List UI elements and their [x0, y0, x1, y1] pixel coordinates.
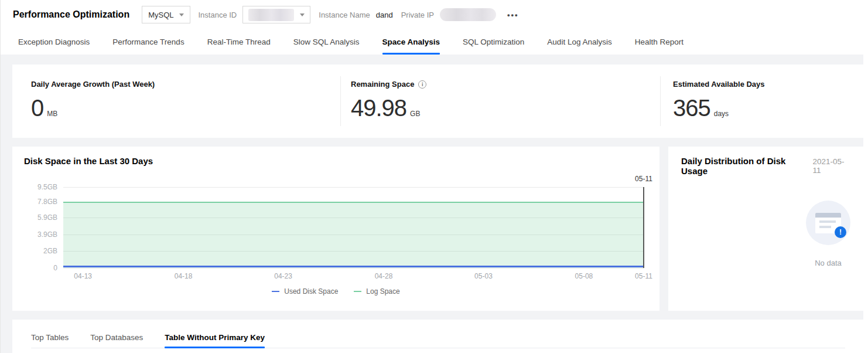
x-axis-label: 05-03 [474, 272, 493, 280]
tab-real-time-thread[interactable]: Real-Time Thread [207, 29, 271, 55]
tab-top-tables[interactable]: Top Tables [31, 333, 69, 348]
x-axis-label: 05-11 [635, 272, 652, 280]
legend-label: Used Disk Space [284, 287, 338, 296]
x-axis-label: 04-18 [175, 272, 193, 280]
chart-legend: Used Disk SpaceLog Space [24, 287, 648, 296]
stat-unit: GB [410, 110, 420, 118]
y-axis-label: 9.5GB [24, 183, 57, 191]
tab-top-databases[interactable]: Top Databases [90, 333, 143, 348]
x-axis-label: 04-13 [74, 272, 92, 280]
y-axis-label: 3.9GB [24, 230, 57, 239]
used-disk-space-line [63, 266, 644, 267]
disk-space-plot[interactable]: 05-11 9.5GB7.8GB5.9GB3.9GB2GB0 [63, 187, 644, 268]
y-axis-label: 5.9GB [24, 213, 57, 222]
tab-performance-trends[interactable]: Performance Trends [112, 29, 184, 55]
stat-value: 0 [31, 95, 43, 121]
tables-tab-bar: Top TablesTop DatabasesTable Without Pri… [31, 333, 845, 348]
info-icon[interactable]: i [418, 80, 426, 89]
stat-label-text: Remaining Space [351, 80, 414, 89]
stat-value-row: 365days [673, 95, 864, 121]
daily-distribution-title: Daily Distribution of Disk Usage [681, 156, 808, 176]
stat-label: Remaining Spacei [351, 80, 660, 89]
space-stats-card: Daily Average Growth (Past Week)0MBRemai… [12, 65, 864, 138]
page-title: Performance Optimization [13, 9, 129, 20]
engine-select-value: MySQL [148, 11, 173, 19]
x-axis-label: 04-28 [375, 272, 393, 280]
content-area: Daily Average Growth (Past Week)0MBRemai… [1, 55, 863, 353]
chevron-down-icon [300, 13, 305, 16]
tab-exception-diagnosis[interactable]: Exception Diagnosis [18, 29, 90, 55]
gridline [63, 187, 644, 188]
stat-label-text: Estimated Available Days [673, 80, 765, 89]
stat-unit: days [714, 110, 729, 118]
chevron-down-icon [179, 13, 184, 16]
x-axis-label: 05-08 [575, 272, 593, 280]
legend-item-used-disk-space[interactable]: Used Disk Space [272, 287, 338, 296]
tab-space-analysis[interactable]: Space Analysis [382, 29, 440, 55]
private-ip-label: Private IP [401, 11, 434, 19]
stat-label: Estimated Available Days [673, 80, 864, 89]
no-data-icon: ! [806, 201, 850, 245]
no-data-text: No data [815, 259, 842, 267]
tables-card: Top TablesTop DatabasesTable Without Pri… [12, 320, 864, 353]
stat-remaining-space: Remaining Spacei49.98GB [341, 65, 660, 138]
stat-value: 365 [673, 95, 710, 121]
legend-item-log-space[interactable]: Log Space [354, 287, 399, 296]
stat-estimated-available-days: Estimated Available Days365days [661, 65, 864, 138]
y-axis-label: 7.8GB [24, 198, 57, 206]
top-bar: Performance Optimization MySQL Instance … [1, 0, 868, 29]
disk-space-chart-card: Disk Space in the Last 30 Days 05-11 9.5… [12, 147, 659, 311]
redacted-private-ip [440, 8, 496, 21]
redacted-instance-id [248, 9, 294, 21]
stat-value-row: 0MB [31, 95, 340, 121]
legend-label: Log Space [366, 287, 399, 296]
instance-name-label: Instance Name [319, 11, 370, 19]
stat-label-text: Daily Average Growth (Past Week) [31, 80, 155, 89]
legend-dash [354, 291, 361, 292]
hover-marker-line [643, 187, 644, 268]
instance-id-label: Instance ID [199, 11, 237, 19]
x-axis-labels: 04-1304-1804-2304-2805-0305-0805-11 [63, 272, 644, 281]
stat-label: Daily Average Growth (Past Week) [31, 80, 340, 89]
stat-unit: MB [47, 110, 57, 118]
engine-select[interactable]: MySQL [142, 6, 190, 23]
daily-distribution-card: Daily Distribution of Disk Usage 2021-05… [668, 147, 863, 311]
instance-name-value: dand [376, 11, 393, 19]
stat-value-row: 49.98GB [351, 95, 660, 121]
chart-title: Disk Space in the Last 30 Days [24, 156, 648, 166]
instance-id-select[interactable] [242, 6, 310, 23]
daily-distribution-date: 2021-05-11 [813, 157, 850, 175]
x-axis-label: 04-23 [274, 272, 292, 280]
y-axis-label: 2GB [24, 247, 57, 255]
tab-audit-log-analysis[interactable]: Audit Log Analysis [547, 29, 611, 55]
log-space-area [63, 202, 644, 268]
hover-marker-label: 05-11 [635, 175, 652, 183]
gridline [63, 268, 644, 269]
legend-dash [272, 291, 279, 292]
tab-table-without-primary-key[interactable]: Table Without Primary Key [165, 333, 265, 348]
no-data-placeholder: ! No data [806, 201, 850, 267]
main-tab-bar: Exception DiagnosisPerformance TrendsRea… [1, 29, 868, 55]
exclamation-badge-icon: ! [835, 226, 846, 238]
tab-health-report[interactable]: Health Report [635, 29, 684, 55]
stat-daily-average-growth-past-week-: Daily Average Growth (Past Week)0MB [12, 65, 340, 138]
y-axis-label: 0 [24, 264, 57, 272]
tab-slow-sql-analysis[interactable]: Slow SQL Analysis [293, 29, 360, 55]
more-actions-icon[interactable]: ••• [507, 11, 519, 19]
performance-optimization-page: Performance Optimization MySQL Instance … [0, 0, 868, 353]
tab-sql-optimization[interactable]: SQL Optimization [463, 29, 524, 55]
stat-value: 49.98 [351, 95, 406, 121]
